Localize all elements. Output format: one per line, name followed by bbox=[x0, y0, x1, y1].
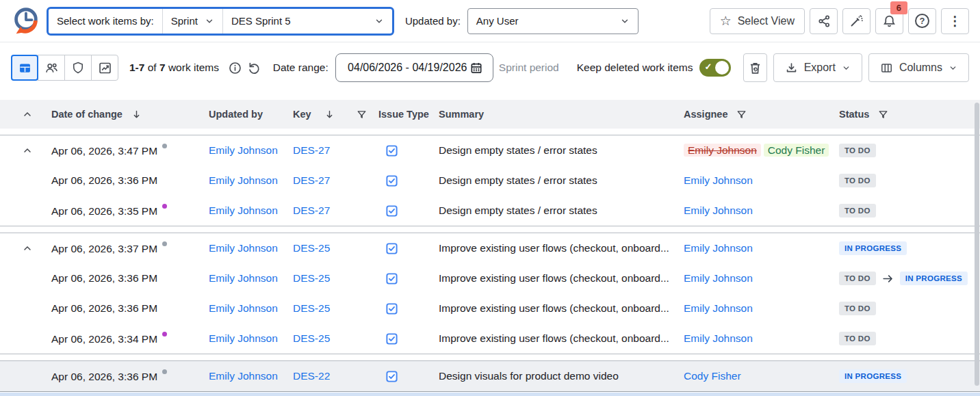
people-view-button[interactable] bbox=[38, 55, 65, 81]
share-button[interactable] bbox=[810, 8, 838, 34]
restore-deleted-button[interactable] bbox=[743, 53, 766, 82]
header-assignee[interactable]: Assignee bbox=[684, 109, 727, 120]
issue-key-link[interactable]: DES-22 bbox=[293, 370, 330, 382]
scope-type-select[interactable]: Sprint bbox=[162, 9, 222, 34]
status-badge: IN PROGRESS bbox=[839, 241, 907, 255]
refresh-button[interactable] bbox=[244, 56, 263, 79]
columns-button[interactable]: Columns bbox=[868, 53, 969, 82]
count-total: 7 bbox=[159, 62, 166, 73]
count-of: of bbox=[148, 62, 157, 73]
updated-by-link[interactable]: Emily Johnson bbox=[209, 302, 278, 314]
more-menu-button[interactable]: ⋮ bbox=[941, 8, 969, 34]
select-view-label: Select View bbox=[738, 15, 795, 27]
change-timestamp: Apr 06, 2026, 3:37 PM bbox=[51, 243, 157, 254]
horizontal-scrollbar[interactable] bbox=[0, 393, 980, 396]
issue-key-link[interactable]: DES-25 bbox=[293, 332, 330, 344]
updated-by-link[interactable]: Emily Johnson bbox=[209, 370, 278, 382]
bell-icon bbox=[882, 14, 897, 28]
keep-deleted-toggle[interactable]: ✓ bbox=[699, 59, 731, 77]
updated-by-link[interactable]: Emily Johnson bbox=[209, 204, 278, 216]
header-status[interactable]: Status bbox=[839, 109, 869, 120]
status-badge: TO DO bbox=[839, 302, 876, 315]
chevron-down-icon bbox=[374, 16, 384, 26]
date-range-input[interactable]: 04/06/2026 - 04/19/2026 bbox=[335, 53, 493, 82]
ai-assist-button[interactable] bbox=[842, 8, 871, 34]
assignee-link[interactable]: Emily Johnson bbox=[684, 174, 753, 186]
assignee-link[interactable]: Cody Fisher bbox=[684, 370, 741, 382]
date-range-label: Date range: bbox=[273, 62, 328, 74]
assignee-link[interactable]: Emily Johnson bbox=[684, 302, 753, 314]
info-icon bbox=[228, 61, 242, 75]
updated-by-link[interactable]: Emily Johnson bbox=[209, 174, 278, 186]
status-filter-icon[interactable] bbox=[877, 109, 889, 120]
header-key[interactable]: Key bbox=[293, 109, 311, 120]
issue-key-link[interactable]: DES-27 bbox=[293, 204, 330, 216]
updated-by-link[interactable]: Emily Johnson bbox=[209, 144, 278, 156]
chevron-down-icon bbox=[842, 64, 851, 72]
keep-deleted-label: Keep deleted work items bbox=[577, 62, 693, 74]
header-date-of-change[interactable]: Date of change bbox=[51, 109, 122, 120]
collapse-group-icon[interactable] bbox=[22, 145, 51, 156]
columns-label: Columns bbox=[899, 62, 942, 74]
collapse-all-icon[interactable] bbox=[22, 109, 33, 120]
date-range-value: 04/06/2026 - 04/19/2026 bbox=[346, 62, 469, 74]
sort-descending-icon[interactable] bbox=[131, 109, 142, 120]
sprint-select[interactable]: DES Sprint 5 bbox=[222, 9, 392, 34]
collapse-group-icon[interactable] bbox=[22, 243, 51, 254]
select-view-button[interactable]: ☆ Select View bbox=[710, 8, 805, 34]
issue-key-link[interactable]: DES-25 bbox=[293, 302, 330, 314]
table-view-button[interactable] bbox=[11, 55, 38, 81]
notifications-button[interactable]: 6 bbox=[875, 8, 903, 34]
vertical-scrollbar[interactable] bbox=[975, 103, 979, 386]
updated-by-link[interactable]: Emily Johnson bbox=[209, 272, 278, 284]
scope-type-value: Sprint bbox=[171, 15, 198, 27]
assignee-link[interactable]: Emily Johnson bbox=[684, 204, 753, 216]
task-type-icon bbox=[385, 174, 398, 187]
issue-key-link[interactable]: DES-27 bbox=[293, 174, 330, 186]
table-row[interactable]: Apr 06, 2026, 3:36 PM Emily Johnson DES-… bbox=[0, 166, 980, 196]
table-row[interactable]: Apr 06, 2026, 3:36 PM Emily Johnson DES-… bbox=[0, 361, 980, 391]
updated-by-select[interactable]: Any User bbox=[467, 8, 639, 34]
chevron-down-icon bbox=[205, 16, 214, 26]
header-updated-by[interactable]: Updated by bbox=[209, 109, 263, 120]
change-marker-dot bbox=[162, 144, 167, 148]
issue-key-link[interactable]: DES-25 bbox=[293, 272, 330, 284]
table-row[interactable]: Apr 06, 2026, 3:36 PM Emily Johnson DES-… bbox=[0, 263, 980, 293]
table-row[interactable]: Apr 06, 2026, 3:37 PM Emily Johnson DES-… bbox=[0, 233, 980, 263]
assignee-link[interactable]: Emily Johnson bbox=[684, 242, 753, 254]
assignee-filter-icon[interactable] bbox=[736, 109, 747, 120]
table-row[interactable]: Apr 06, 2026, 3:35 PM Emily Johnson DES-… bbox=[0, 196, 980, 226]
key-filter-icon[interactable] bbox=[356, 109, 368, 120]
assignee-removed: Emily Johnson bbox=[684, 144, 761, 157]
summary-text: Improve existing user flows (checkout, o… bbox=[439, 332, 669, 344]
toggle-check-icon: ✓ bbox=[704, 62, 712, 72]
issue-key-link[interactable]: DES-25 bbox=[293, 242, 330, 254]
history-group-des-27: Apr 06, 2026, 3:47 PM Emily Johnson DES-… bbox=[0, 135, 980, 226]
issue-key-link[interactable]: DES-27 bbox=[293, 144, 330, 156]
summary-text: Design visuals for product demo video bbox=[439, 370, 619, 382]
people-icon bbox=[44, 61, 59, 75]
export-button[interactable]: Export bbox=[773, 53, 862, 82]
header-issue-type[interactable]: Issue Type bbox=[378, 109, 429, 120]
table-row[interactable]: Apr 06, 2026, 3:36 PM Emily Johnson DES-… bbox=[0, 293, 980, 324]
top-filter-bar: Select work items by: Sprint DES Sprint … bbox=[0, 0, 980, 42]
table-row[interactable]: Apr 06, 2026, 3:47 PM Emily Johnson DES-… bbox=[0, 135, 980, 166]
status-from-badge: TO DO bbox=[839, 272, 876, 285]
info-button[interactable] bbox=[226, 56, 244, 79]
view-switcher bbox=[11, 55, 118, 81]
table-row[interactable]: Apr 06, 2026, 3:34 PM Emily Johnson DES-… bbox=[0, 324, 980, 354]
chart-view-button[interactable] bbox=[91, 55, 118, 81]
summary-text: Improve existing user flows (checkout, o… bbox=[439, 302, 669, 314]
assignee-link[interactable]: Emily Johnson bbox=[684, 272, 753, 284]
assignee-link[interactable]: Emily Johnson bbox=[684, 332, 753, 344]
trend-chart-icon bbox=[98, 61, 112, 75]
updated-by-label: Updated by: bbox=[405, 15, 461, 27]
key-sort-icon[interactable] bbox=[324, 109, 335, 120]
count-suffix: work items bbox=[168, 62, 219, 73]
change-marker-dot bbox=[162, 332, 167, 336]
header-summary[interactable]: Summary bbox=[439, 109, 484, 120]
help-button[interactable]: ? bbox=[908, 8, 936, 34]
shield-view-button[interactable] bbox=[64, 55, 92, 81]
updated-by-link[interactable]: Emily Johnson bbox=[209, 332, 278, 344]
updated-by-link[interactable]: Emily Johnson bbox=[209, 242, 278, 254]
